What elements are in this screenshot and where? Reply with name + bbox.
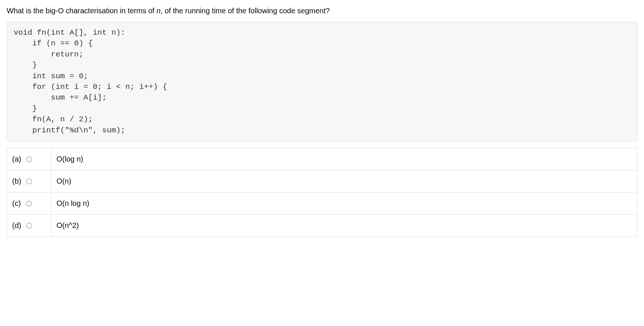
- option-row-a[interactable]: (a) O(log n): [7, 148, 637, 170]
- radio-icon[interactable]: [26, 223, 32, 229]
- option-label: (d): [12, 221, 21, 230]
- option-text: O(n log n): [51, 192, 637, 214]
- radio-icon[interactable]: [26, 178, 32, 184]
- option-label: (c): [12, 199, 21, 208]
- option-text: O(n): [51, 170, 637, 192]
- option-text: O(n^2): [51, 214, 637, 236]
- option-label: (a): [12, 155, 21, 163]
- option-label-cell: (a): [7, 148, 51, 170]
- option-label: (b): [12, 177, 21, 185]
- question-var: n: [157, 7, 161, 15]
- option-row-c[interactable]: (c) O(n log n): [7, 192, 637, 214]
- question-suffix: , of the running time of the following c…: [161, 7, 330, 15]
- option-label-cell: (d): [7, 214, 51, 236]
- option-label-cell: (b): [7, 170, 51, 192]
- options-table: (a) O(log n) (b) O(n) (c) O(n log n) (d)…: [7, 148, 637, 237]
- option-label-cell: (c): [7, 192, 51, 214]
- option-row-d[interactable]: (d) O(n^2): [7, 214, 637, 236]
- option-row-b[interactable]: (b) O(n): [7, 170, 637, 192]
- question-prefix: What is the big-O characterisation in te…: [7, 7, 157, 15]
- question-text: What is the big-O characterisation in te…: [7, 7, 637, 15]
- option-text: O(log n): [51, 148, 637, 170]
- radio-icon[interactable]: [26, 156, 32, 162]
- radio-icon[interactable]: [26, 201, 32, 207]
- code-block: void fn(int A[], int n): if (n == 0) { r…: [7, 22, 637, 141]
